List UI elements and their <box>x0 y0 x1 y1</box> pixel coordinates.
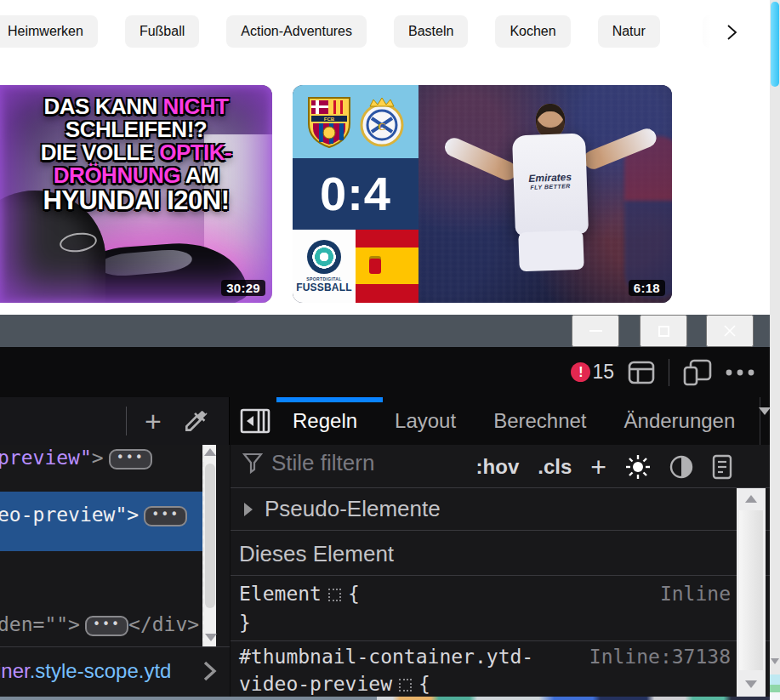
club-crests: FCB C <box>293 85 418 158</box>
tab-regeln[interactable]: Regeln <box>274 397 376 445</box>
filter-styles-input[interactable] <box>271 450 450 476</box>
scroll-down-icon[interactable] <box>205 634 217 641</box>
eyedropper-button[interactable] <box>179 406 213 438</box>
rule-origin[interactable]: Inline <box>660 583 731 605</box>
expand-triangle-icon <box>244 503 253 516</box>
ellipsis-badge-icon[interactable]: ••• <box>109 449 152 470</box>
player-jersey: EmiratesFLY BETTER <box>512 134 589 236</box>
close-icon <box>723 324 737 338</box>
error-count: 15 <box>592 361 614 384</box>
meatball-menu-icon <box>726 369 754 376</box>
player-photo: EmiratesFLY BETTER <box>418 85 672 303</box>
rule-open-brace: { <box>348 583 360 605</box>
opponent-silhouette <box>624 136 672 298</box>
chip-action-adventures[interactable]: Action-Adventures <box>226 15 367 48</box>
chip-kochen[interactable]: Kochen <box>495 15 570 48</box>
title-seg: AM <box>180 162 219 188</box>
scroll-up-icon[interactable] <box>204 448 216 456</box>
rule-origin[interactable]: Inline:37138 <box>589 646 731 668</box>
video-thumbnail-hyundai[interactable]: DAS KANN NICHT SCHLEIFEN!? DIE VOLLE OPT… <box>0 85 272 303</box>
devtools-titlebar[interactable] <box>0 315 770 347</box>
close-button[interactable] <box>706 315 754 347</box>
chip-basteln[interactable]: Basteln <box>394 15 468 48</box>
rule-close-brace: } <box>239 612 251 634</box>
class-toggle-button[interactable]: .cls <box>538 455 572 479</box>
fcb-label: FCB <box>324 117 335 122</box>
ellipsis-badge-icon[interactable]: ••• <box>144 506 187 526</box>
devtools-toolbar: ! 15 <box>0 347 770 397</box>
light-scheme-button[interactable] <box>625 454 651 480</box>
spain-flag-icon <box>356 230 418 303</box>
breadcrumb-scroll-right-button[interactable] <box>194 656 225 688</box>
pseudo-elements-header: Pseudo-Elemente <box>265 496 441 522</box>
attr-value: eo-preview" <box>0 504 127 526</box>
scrollbar-thumb[interactable] <box>771 2 779 87</box>
title-seg: SCHLEIFEN!? <box>65 117 207 142</box>
markup-node[interactable]: preview">••• <box>0 447 152 470</box>
toggle-pane-button[interactable] <box>236 406 274 438</box>
scrollbar-thumb[interactable] <box>739 510 763 670</box>
scroll-up-icon[interactable] <box>745 495 757 503</box>
pseudo-elements-section[interactable]: Pseudo-Elemente <box>231 488 770 531</box>
title-seg-highlight: NICHT <box>163 94 229 119</box>
duration-badge: 30:29 <box>221 280 265 296</box>
ellipsis-badge-icon[interactable]: ••• <box>85 616 128 636</box>
minimize-icon <box>589 330 602 332</box>
pane-toggle-icon <box>240 407 270 435</box>
chip-bar: Heimwerken Fußball Action-Adventures Bas… <box>0 15 660 48</box>
title-seg: DIE VOLLE <box>41 139 159 165</box>
chip-natur[interactable]: Natur <box>598 15 660 48</box>
pseudo-class-toggle-button[interactable]: :hov <box>476 455 520 479</box>
rules-scrollbar[interactable] <box>737 488 766 697</box>
chip-fussball[interactable]: Fußball <box>125 15 199 48</box>
score-band: 0:4 <box>293 158 418 230</box>
real-madrid-crest-icon: C <box>358 94 406 149</box>
breadcrumb[interactable]: iner.style-scope.ytd <box>0 659 171 683</box>
all-tabs-dropdown-button[interactable] <box>760 397 770 445</box>
toolbar-separator <box>669 359 669 386</box>
devtools-window: ! 15 <box>0 315 770 697</box>
rules-toolbar: :hov .cls + <box>231 445 770 488</box>
minimize-button[interactable] <box>572 315 619 347</box>
print-simulation-button[interactable] <box>712 454 732 480</box>
add-rule-button[interactable]: + <box>590 455 606 479</box>
split-console-icon <box>628 361 655 384</box>
css-rule-thumbnail-container[interactable]: #thumbnail-container.ytd- Inline:37138 v… <box>231 642 770 697</box>
chip-heimwerken[interactable]: Heimwerken <box>0 15 98 48</box>
tab-aenderungen[interactable]: Änderungen <box>606 397 754 445</box>
eyedropper-icon <box>182 407 209 435</box>
breadcrumb-classes: .style-scope.ytd <box>30 659 172 682</box>
browser-scrollbar[interactable] <box>770 0 780 700</box>
tab-berechnet[interactable]: Berechnet <box>475 397 605 445</box>
grid-badge-icon[interactable] <box>328 589 341 601</box>
fc-barcelona-crest-icon: FCB <box>305 94 353 149</box>
markup-node[interactable]: den="">•••</div> <box>0 613 199 636</box>
error-count-button[interactable]: ! 15 <box>571 361 614 384</box>
scroll-down-icon[interactable] <box>771 658 779 664</box>
responsive-mode-icon <box>683 359 712 386</box>
add-node-button[interactable]: + <box>134 402 172 440</box>
split-console-button[interactable] <box>628 361 655 384</box>
grid-badge-icon[interactable] <box>399 679 412 691</box>
inspector-scrollbar[interactable] <box>202 445 216 646</box>
video-thumbnail-clasico[interactable]: FCB C 0:4 SPORTDIGIT <box>293 85 672 303</box>
devtools-menu-button[interactable] <box>726 369 754 376</box>
maximize-button[interactable] <box>640 315 687 347</box>
css-rule-element[interactable]: Element{ Inline } <box>231 578 770 641</box>
chips-scroll-right-button[interactable] <box>718 19 745 46</box>
sun-icon <box>625 454 651 480</box>
dark-scheme-button[interactable] <box>669 455 693 479</box>
rule-selector: Element <box>239 583 322 605</box>
maximize-icon <box>658 326 669 337</box>
sidebar-tabs: Regeln Layout Berechnet Änderungen <box>274 397 760 445</box>
chevron-down-icon <box>759 407 771 428</box>
scroll-down-icon[interactable] <box>745 680 757 688</box>
print-icon <box>712 454 732 480</box>
scrollbar-thumb[interactable] <box>205 464 215 608</box>
rule-selector: #thumbnail-container.ytd- <box>239 646 533 668</box>
score-bottom-row: SPORTDIGITAL FUSSBALL <box>293 230 418 303</box>
tag-close: > <box>127 504 139 526</box>
tab-layout[interactable]: Layout <box>376 397 475 445</box>
selected-node-row[interactable]: eo-preview">••• <box>0 492 202 551</box>
responsive-design-mode-button[interactable] <box>683 359 712 386</box>
